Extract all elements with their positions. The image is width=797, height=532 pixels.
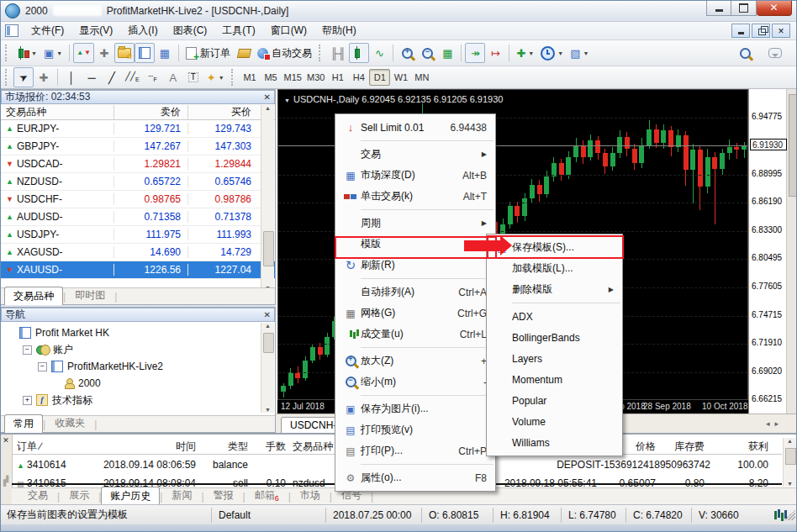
context-menu-item[interactable]: ⚙属性(o)...F8: [335, 467, 495, 488]
period-button-W1[interactable]: W1: [390, 69, 411, 86]
autotrading-button[interactable]: 自动交易: [254, 43, 315, 63]
market-watch-row[interactable]: ▲XAGUSD-14.69014.729: [1, 244, 275, 261]
auto-scroll-button[interactable]: ↠: [465, 43, 485, 63]
period-button-H4[interactable]: H4: [348, 69, 369, 86]
navigator-item[interactable]: −ProfitMarketHK-Live2: [1, 358, 261, 375]
period-button-H1[interactable]: H1: [327, 69, 348, 86]
shapes-tool[interactable]: ✦▼: [203, 67, 228, 87]
navigator-titlebar[interactable]: 导航 ✕: [1, 308, 275, 322]
market-watch-row[interactable]: ▼USDCAD-1.298211.29844: [1, 155, 275, 173]
template-submenu-item[interactable]: ADX: [487, 306, 622, 327]
context-menu-item[interactable]: +放大(Z)+: [335, 350, 495, 371]
vertical-line-tool[interactable]: │: [61, 67, 82, 87]
close-button[interactable]: ✕: [757, 0, 792, 16]
market-watch-row[interactable]: ▲USDJPY-111.975111.993: [1, 226, 275, 244]
child-restore-button[interactable]: [752, 24, 770, 38]
market-watch-row[interactable]: ▼USDCHF-0.987650.98786: [1, 191, 275, 208]
column-header-order[interactable]: 订单 ∕: [17, 439, 84, 455]
context-menu-item[interactable]: ↻刷新(R): [335, 255, 495, 276]
chat-button[interactable]: [765, 43, 785, 63]
period-button-M5[interactable]: M5: [261, 69, 282, 86]
zoom-out-button[interactable]: −: [417, 43, 437, 63]
market-watch-tab-1[interactable]: 交易品种: [4, 287, 63, 305]
navigator-item[interactable]: +f技术指标: [1, 392, 261, 408]
period-button-M1[interactable]: M1: [240, 69, 261, 86]
market-watch-row[interactable]: ▲GBPJPY-147.267147.303: [1, 138, 275, 155]
text-label-tool[interactable]: T: [183, 67, 203, 87]
context-menu-item[interactable]: 模版▶: [335, 234, 495, 255]
column-header-lots[interactable]: 手数: [254, 439, 286, 455]
toolbar-grip[interactable]: [319, 45, 324, 61]
market-watch-titlebar[interactable]: 市场报价: 02:34:53 ✕: [1, 90, 275, 104]
terminal-tab-4[interactable]: 新闻: [162, 486, 201, 504]
market-watch-row[interactable]: ▼XAUUSD-1226.561227.04: [1, 261, 275, 279]
context-menu-item[interactable]: 交易▶: [335, 144, 495, 165]
collapse-icon[interactable]: −: [38, 362, 47, 371]
chart-document-icon[interactable]: [5, 24, 18, 37]
tile-windows-button[interactable]: ▦: [437, 43, 457, 63]
template-submenu-item[interactable]: 删除模版▶: [487, 279, 622, 300]
terminal-tab-1[interactable]: 交易: [18, 486, 57, 504]
navigator-tab-1[interactable]: 常用: [4, 414, 43, 433]
market-watch-toggle[interactable]: ▲▼: [73, 43, 94, 63]
periods-button[interactable]: ▼: [537, 43, 567, 63]
market-watch-row[interactable]: ▲EURJPY-129.721129.743: [1, 120, 275, 138]
menu-item[interactable]: 帮助(H): [314, 23, 364, 38]
terminal-tab-5[interactable]: 警报: [204, 486, 243, 504]
context-menu-item[interactable]: ▣保存为图片(i)...: [335, 398, 495, 419]
cursor-tool[interactable]: ➤: [13, 67, 34, 87]
child-close-button[interactable]: ×: [772, 24, 790, 38]
close-icon[interactable]: ✕: [264, 92, 271, 102]
template-submenu-item[interactable]: Volume: [487, 411, 622, 432]
context-menu-item[interactable]: −缩小(m)-: [335, 371, 495, 392]
column-header-type[interactable]: 类型: [202, 439, 248, 455]
toolbar-grip[interactable]: [231, 69, 236, 86]
column-header-swap[interactable]: 库存费: [661, 439, 705, 455]
menu-item[interactable]: 文件(F): [24, 23, 71, 38]
terminal-toggle[interactable]: [135, 43, 155, 63]
context-menu-item[interactable]: ▤打印(P)...Ctrl+P: [335, 440, 495, 461]
crosshair-tool[interactable]: ✚: [34, 67, 54, 87]
maximize-button[interactable]: [731, 0, 757, 16]
minimize-button[interactable]: [706, 0, 731, 16]
templates-button[interactable]: ▧▼: [567, 43, 592, 63]
market-watch-row[interactable]: ▲AUDUSD-0.713580.71378: [1, 208, 275, 226]
candlestick-button[interactable]: [349, 43, 369, 63]
context-menu-item[interactable]: ▦市场深度(D)Alt+B: [335, 165, 495, 186]
context-menu-item[interactable]: ▤打印预览(v): [335, 419, 495, 440]
period-button-M30[interactable]: M30: [304, 69, 327, 86]
chart-shift-button[interactable]: ↦: [485, 43, 505, 63]
context-menu-item[interactable]: 成交量(u)Ctrl+L: [335, 324, 495, 345]
period-button-MN[interactable]: MN: [411, 69, 432, 86]
search-button[interactable]: [735, 43, 755, 63]
expand-icon[interactable]: +: [23, 396, 32, 405]
chart-price-axis[interactable]: 6.91930 6.947756.889956.861906.833006.80…: [748, 89, 787, 413]
terminal-scrollbar[interactable]: ▲▼: [783, 438, 796, 487]
context-menu-item[interactable]: ↓Sell Limit 0.016.94438: [335, 117, 495, 138]
toolbar-grip[interactable]: [5, 69, 10, 86]
context-menu-item[interactable]: 单击交易(k)Alt+T: [335, 186, 495, 207]
terminal-tab-2[interactable]: 展示: [60, 486, 98, 504]
navigator-scrollbar[interactable]: ▲▼: [261, 323, 274, 413]
menu-item[interactable]: 窗口(W): [263, 23, 314, 38]
navigator-toggle[interactable]: ★: [114, 43, 135, 63]
menu-item[interactable]: 图表(C): [166, 23, 215, 38]
close-icon[interactable]: ✕: [0, 436, 12, 445]
template-submenu-item[interactable]: Layers: [487, 348, 622, 369]
template-submenu-item[interactable]: BollingerBands: [487, 327, 622, 348]
collapse-icon[interactable]: −: [23, 345, 32, 355]
navigator-item[interactable]: Profit Market HK: [1, 324, 261, 341]
template-submenu-item[interactable]: 加载模版(L)...: [487, 258, 622, 279]
tab-scroll-arrows[interactable]: ◂▸: [766, 419, 784, 428]
terminal-tab-7[interactable]: 市场: [291, 486, 330, 504]
market-watch-scrollbar[interactable]: ▲▼: [261, 105, 274, 291]
data-window-button[interactable]: ✚: [94, 43, 114, 63]
template-submenu-item[interactable]: Williams: [487, 432, 622, 453]
period-button-M15[interactable]: M15: [282, 69, 304, 86]
market-watch-row[interactable]: ▲NZDUSD-0.657220.65746: [1, 173, 275, 191]
close-icon[interactable]: ✕: [264, 310, 271, 319]
template-submenu-item[interactable]: Popular: [487, 390, 622, 411]
new-order-button[interactable]: +新订单: [182, 43, 234, 63]
channel-tool[interactable]: ╱╱E: [122, 67, 143, 87]
metaeditor-button[interactable]: [234, 43, 254, 63]
